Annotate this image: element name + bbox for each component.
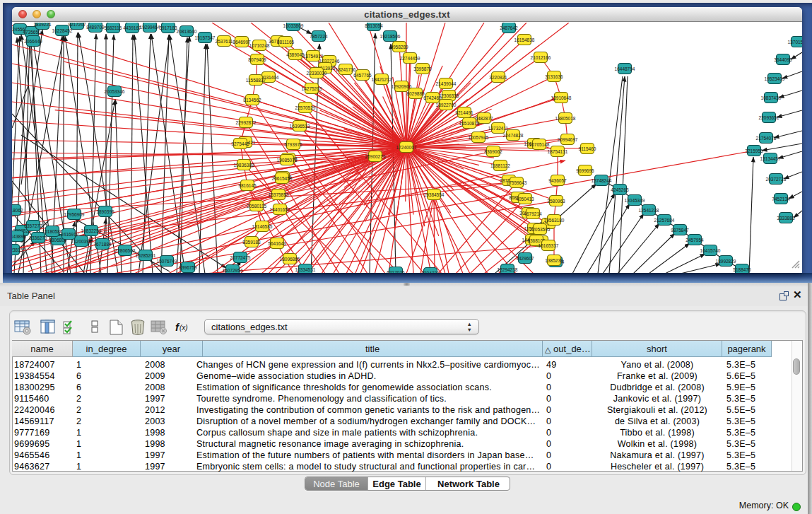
svg-text:20994697: 20994697 [558, 137, 578, 142]
svg-text:13421212: 13421212 [372, 77, 392, 82]
svg-text:4439167: 4439167 [123, 25, 141, 30]
svg-text:13241736: 13241736 [336, 67, 356, 72]
svg-text:16396513: 16396513 [290, 124, 310, 129]
svg-text:6482877: 6482877 [475, 116, 493, 121]
svg-text:20580115: 20580115 [247, 204, 267, 209]
svg-text:9214491: 9214491 [455, 110, 473, 115]
svg-text:11558837: 11558837 [246, 78, 266, 83]
svg-text:6457765: 6457765 [353, 73, 372, 78]
svg-text:6357277: 6357277 [24, 223, 42, 228]
svg-text:19836388: 19836388 [234, 163, 254, 168]
svg-text:6217026: 6217026 [387, 270, 405, 274]
svg-text:9436057: 9436057 [548, 178, 567, 183]
svg-text:12294238: 12294238 [498, 267, 518, 272]
svg-text:8359183: 8359183 [242, 240, 261, 245]
svg-text:2537611: 2537611 [216, 39, 233, 44]
svg-text:4050413: 4050413 [516, 197, 534, 201]
svg-text:20053346: 20053346 [105, 89, 125, 94]
svg-text:12541238: 12541238 [639, 208, 659, 213]
svg-text:8489709: 8489709 [86, 25, 105, 30]
svg-text:21257684: 21257684 [654, 218, 675, 223]
svg-text:19384554: 19384554 [424, 192, 445, 197]
svg-text:7857224: 7857224 [310, 34, 328, 39]
svg-text:9958289: 9958289 [390, 45, 408, 49]
svg-text:17240007: 17240007 [396, 145, 417, 150]
svg-text:2580963: 2580963 [547, 199, 565, 204]
svg-text:20813640: 20813640 [177, 29, 197, 34]
svg-text:10334531: 10334531 [295, 267, 316, 272]
svg-text:14401657: 14401657 [270, 207, 290, 212]
svg-text:21012166: 21012166 [531, 55, 551, 60]
svg-text:3917183: 3917183 [159, 25, 177, 30]
svg-text:4389045: 4389045 [286, 52, 305, 57]
svg-text:14275203: 14275203 [302, 86, 322, 91]
svg-text:4143890: 4143890 [12, 234, 26, 239]
svg-text:15076749: 15076749 [157, 259, 177, 264]
svg-text:8336273: 8336273 [29, 235, 47, 240]
svg-text:17956909: 17956909 [64, 212, 85, 217]
svg-text:1890399: 1890399 [96, 209, 114, 214]
svg-text:7452134: 7452134 [772, 197, 790, 201]
svg-text:13910648: 13910648 [551, 95, 572, 100]
svg-text:6742460: 6742460 [423, 95, 442, 100]
svg-text:19832259: 19832259 [81, 228, 102, 233]
svg-text:18096865: 18096865 [280, 257, 300, 262]
svg-text:15157347: 15157347 [195, 35, 216, 40]
svg-text:8029889: 8029889 [406, 91, 425, 96]
svg-text:3131636: 3131636 [545, 74, 563, 79]
svg-text:10057945: 10057945 [469, 135, 489, 140]
svg-text:4429607: 4429607 [516, 256, 534, 261]
svg-text:9275445: 9275445 [231, 141, 249, 146]
svg-text:1839221: 1839221 [33, 23, 52, 27]
svg-text:16154838: 16154838 [514, 37, 535, 42]
svg-text:21754078: 21754078 [756, 136, 777, 141]
svg-text:16072954: 16072954 [223, 268, 243, 273]
svg-text:2487642: 2487642 [500, 25, 518, 30]
svg-text:21200396: 21200396 [71, 239, 92, 244]
svg-text:20772475: 20772475 [230, 255, 251, 260]
svg-text:16448794: 16448794 [615, 66, 635, 71]
svg-text:16705148: 16705148 [529, 142, 550, 147]
svg-text:4735650: 4735650 [23, 30, 41, 35]
svg-text:3333883: 3333883 [777, 216, 795, 221]
svg-text:10228452: 10228452 [52, 28, 73, 33]
svg-text:5641643: 5641643 [268, 241, 286, 246]
svg-text:4679214: 4679214 [524, 211, 542, 216]
svg-text:9115460: 9115460 [579, 146, 596, 151]
svg-text:13146585: 13146585 [252, 224, 273, 229]
svg-text:8369062: 8369062 [484, 149, 502, 154]
svg-text:10323815: 10323815 [12, 247, 23, 252]
svg-text:17559643: 17559643 [507, 180, 527, 185]
svg-text:9816145: 9816145 [238, 183, 257, 188]
svg-text:18922760: 18922760 [436, 103, 457, 107]
svg-text:20372723: 20372723 [766, 177, 787, 182]
svg-text:8811165: 8811165 [277, 40, 295, 45]
svg-text:22806503: 22806503 [115, 248, 136, 253]
svg-text:8079409: 8079409 [248, 57, 266, 62]
svg-text:19299464: 19299464 [140, 25, 160, 30]
svg-text:18992829: 18992829 [716, 259, 736, 264]
svg-text:10710248: 10710248 [249, 43, 270, 48]
svg-text:9699695: 9699695 [576, 168, 594, 173]
svg-text:16510878: 16510878 [459, 121, 480, 126]
svg-text:15165337: 15165337 [539, 243, 559, 248]
svg-text:13732411: 13732411 [488, 126, 509, 131]
svg-text:13134457: 13134457 [760, 156, 781, 161]
svg-text:19523409: 19523409 [765, 76, 785, 81]
svg-text:22744459: 22744459 [400, 56, 420, 61]
svg-text:8813054: 8813054 [365, 23, 383, 28]
svg-text:13045349: 13045349 [625, 198, 645, 203]
svg-text:5793975: 5793975 [284, 142, 302, 147]
svg-text:11881122: 11881122 [490, 163, 510, 168]
svg-text:21439044: 21439044 [436, 81, 457, 86]
svg-text:4245263: 4245263 [611, 187, 629, 192]
svg-text:5188470: 5188470 [733, 267, 751, 272]
svg-text:3644095: 3644095 [774, 57, 792, 62]
svg-text:22474828: 22474828 [503, 133, 524, 138]
svg-text:13805018: 13805018 [555, 116, 576, 121]
svg-text:19285201: 19285201 [136, 253, 156, 258]
svg-text:9875847: 9875847 [671, 228, 689, 233]
svg-text:12920906: 12920906 [392, 84, 412, 89]
svg-text:22330030: 22330030 [307, 71, 327, 76]
svg-text:20615450: 20615450 [272, 176, 293, 181]
